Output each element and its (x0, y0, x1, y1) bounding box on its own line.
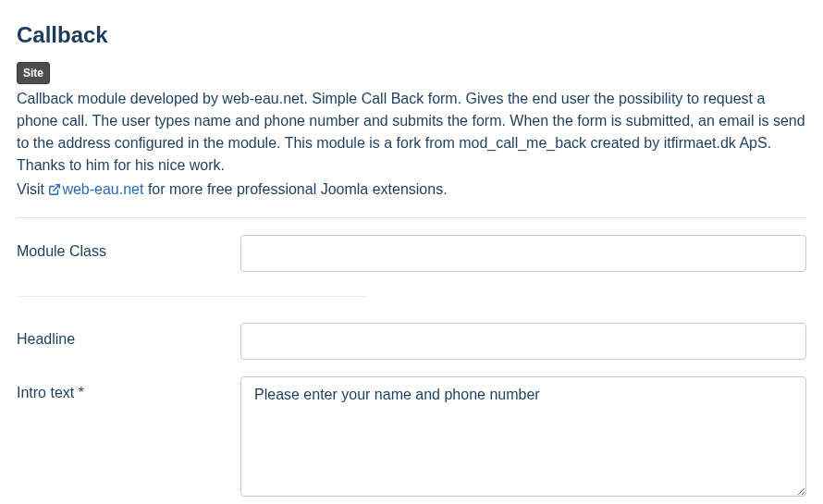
headline-row: Headline (17, 323, 806, 360)
subsection-divider (17, 296, 366, 297)
link-text: web-eau.net (62, 181, 143, 197)
intro-text-row: Intro text * Please enter your name and … (17, 376, 806, 503)
headline-wrap (240, 323, 806, 360)
module-class-row: Module Class (17, 235, 806, 272)
headline-label: Headline (17, 323, 240, 350)
page-title: Callback (17, 18, 806, 52)
module-description: Callback module developed by web-eau.net… (17, 88, 806, 177)
intro-text-input[interactable]: Please enter your name and phone number (240, 376, 806, 497)
external-link-icon (48, 183, 61, 196)
module-class-label: Module Class (17, 235, 240, 263)
intro-text-label: Intro text * (17, 376, 240, 404)
module-class-wrap (240, 235, 806, 272)
svg-line-0 (54, 185, 59, 191)
intro-text-wrap: Please enter your name and phone number (240, 376, 806, 503)
headline-input[interactable] (240, 323, 806, 360)
visit-line: Visit web-eau.net for more free professi… (17, 178, 806, 201)
website-link[interactable]: web-eau.net (48, 181, 143, 197)
section-divider (17, 217, 806, 218)
visit-prefix: Visit (17, 181, 48, 197)
site-badge: Site (17, 62, 50, 84)
module-class-input[interactable] (240, 235, 806, 272)
visit-suffix: for more free professional Joomla extens… (143, 181, 447, 197)
